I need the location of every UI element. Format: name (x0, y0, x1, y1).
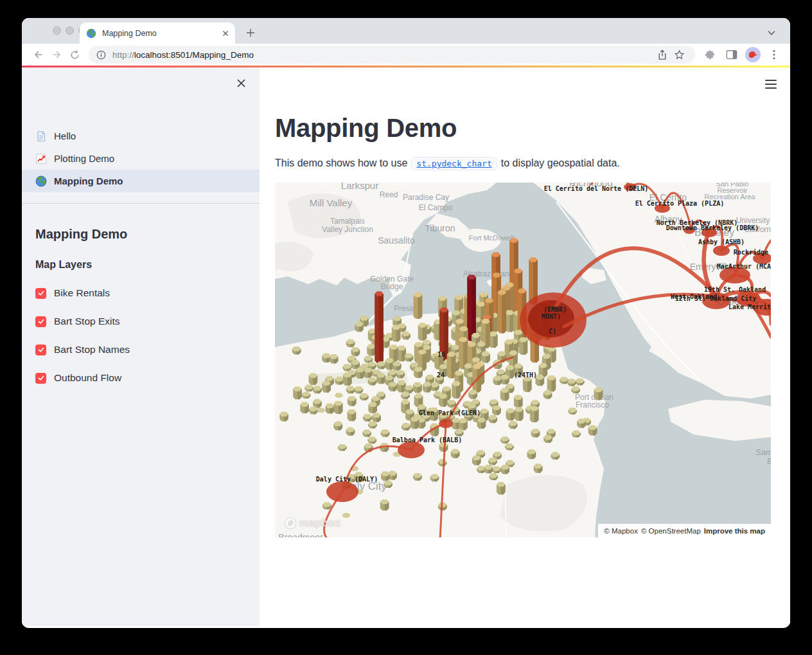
svg-text:Balboa Park (BALB): Balboa Park (BALB) (393, 436, 462, 444)
svg-text:El Campo: El Campo (419, 203, 453, 212)
mapbox-logo-icon (284, 517, 297, 530)
back-button[interactable] (30, 46, 48, 64)
checkbox-bart-stop-names[interactable]: Bart Stop Names (35, 344, 260, 355)
main-content: Mapping Demo This demo shows how to uses… (260, 66, 790, 626)
sidebar-title: Mapping Demo (35, 227, 260, 242)
attribution-osm-link[interactable]: © OpenStreetMap (641, 527, 701, 535)
checkbox-checked-icon[interactable] (35, 345, 46, 355)
pydeck-chart-link[interactable]: st.pydeck_chart (411, 157, 497, 170)
close-icon (236, 78, 246, 88)
svg-text:Bay: Bay (767, 456, 771, 466)
side-panel-button[interactable] (723, 46, 740, 63)
svg-text:MONT): MONT) (542, 313, 561, 320)
reload-button[interactable] (66, 46, 84, 64)
mapbox-logo-word: mapbox (299, 517, 340, 529)
page-title: Mapping Demo (275, 112, 771, 143)
sidebar-item-label: Hello (54, 130, 76, 141)
svg-text:(24TH): (24TH) (514, 372, 537, 379)
svg-text:12th St. Oakland City: 12th St. Oakland City (675, 295, 756, 302)
url-text[interactable]: http://localhost:8501/Mapping_Demo (112, 50, 654, 60)
checkbox-bart-stop-exits[interactable]: Bart Stop Exits (35, 316, 260, 327)
profile-bird-icon (748, 50, 758, 59)
streamlit-app: Hello Plotting Demo Ma (22, 66, 790, 626)
svg-text:Sausalito: Sausalito (378, 235, 415, 246)
svg-text:Valley Junction: Valley Junction (322, 225, 373, 234)
new-tab-button[interactable] (243, 25, 258, 40)
checkbox-outbound-flow[interactable]: Outbound Flow (35, 372, 260, 384)
svg-text:Downtown Berkeley (DBRK): Downtown Berkeley (DBRK) (666, 224, 759, 231)
svg-text:Broadmoor: Broadmoor (278, 532, 323, 537)
svg-text:Reed: Reed (380, 190, 398, 199)
browser-window: Mapping Demo (22, 18, 790, 628)
svg-text:(EMBR): (EMBR) (543, 306, 567, 313)
svg-text:Ashby (ASHB): Ashby (ASHB) (698, 238, 745, 246)
sidebar-item-plotting-demo[interactable]: Plotting Demo (22, 147, 260, 170)
site-info-icon[interactable] (96, 50, 106, 60)
svg-text:Fort McDowell: Fort McDowell (469, 234, 514, 242)
checkbox-label: Bart Stop Exits (54, 316, 120, 327)
side-panel-icon (726, 49, 737, 60)
svg-text:El Cerrito del Norte (DELN): El Cerrito del Norte (DELN) (544, 185, 649, 192)
decoration-bar (22, 66, 790, 67)
mapbox-logo[interactable]: mapbox (284, 517, 340, 530)
star-icon (674, 49, 685, 60)
checkbox-checked-icon[interactable] (35, 288, 46, 299)
tab-strip: Mapping Demo (22, 18, 790, 44)
browser-toolbar: http://localhost:8501/Mapping_Demo (22, 44, 790, 66)
tab-close-icon[interactable] (222, 30, 229, 37)
pydeck-map[interactable]: LarkspurMill ValleyReedParadise CayEl Ca… (275, 183, 771, 537)
extensions-button[interactable] (702, 46, 718, 63)
forward-button[interactable] (48, 46, 66, 64)
tab-search-chevron[interactable] (767, 27, 776, 39)
checkbox-bike-rentals[interactable]: Bike Rentals (35, 287, 260, 299)
url-scheme: http:// (112, 50, 134, 60)
back-arrow-icon (33, 49, 44, 60)
close-window-button[interactable] (53, 26, 61, 35)
globe-favicon-icon (86, 28, 96, 39)
browser-menu-button[interactable] (766, 46, 782, 63)
sidebar-close-button[interactable] (234, 76, 248, 90)
forward-arrow-icon (51, 49, 62, 60)
improve-map-link[interactable]: Improve this map (704, 527, 765, 535)
svg-text:16: 16 (437, 351, 445, 358)
sidebar-item-hello[interactable]: Hello (22, 125, 260, 147)
map-canvas: LarkspurMill ValleyReedParadise CayEl Ca… (275, 183, 771, 537)
svg-text:Tiburon: Tiburon (425, 223, 455, 233)
plus-icon (246, 28, 255, 37)
sidebar-item-mapping-demo[interactable]: Mapping Demo (22, 170, 260, 192)
checkbox-checked-icon[interactable] (35, 373, 46, 384)
svg-text:Francisco: Francisco (576, 400, 609, 409)
svg-text:19th St. Oakland: 19th St. Oakland (704, 286, 766, 293)
minimize-window-button[interactable] (66, 26, 74, 35)
reload-icon (69, 49, 80, 60)
share-icon (657, 49, 667, 60)
sidebar-nav: Hello Plotting Demo Ma (22, 125, 260, 192)
profile-avatar[interactable] (745, 47, 761, 62)
app-menu-button[interactable] (765, 78, 779, 90)
svg-text:El Cerrito Plaza (PLZA): El Cerrito Plaza (PLZA) (635, 200, 724, 207)
svg-text:Tamalpais: Tamalpais (330, 217, 365, 226)
checkbox-label: Bart Stop Names (54, 344, 130, 355)
share-button[interactable] (654, 46, 671, 63)
svg-text:Daly City (DALY): Daly City (DALY) (316, 476, 378, 483)
svg-text:Mill Valley: Mill Valley (310, 197, 353, 208)
checkbox-checked-icon[interactable] (35, 316, 46, 327)
svg-text:Paradise Cay: Paradise Cay (403, 193, 449, 202)
sidebar-divider (22, 203, 260, 204)
bookmark-button[interactable] (671, 46, 687, 63)
svg-text:Bridge: Bridge (381, 282, 403, 291)
checkbox-label: Outbound Flow (54, 372, 121, 384)
toolbar-right-icons (702, 46, 782, 63)
sidebar: Hello Plotting Demo Ma (22, 66, 260, 626)
svg-text:24: 24 (437, 372, 445, 379)
attribution-mapbox-link[interactable]: © Mapbox (604, 527, 638, 535)
sidebar-item-label: Mapping Demo (54, 175, 123, 186)
svg-text:Rockridge (ROCK): Rockridge (ROCK) (734, 249, 771, 256)
checkbox-label: Bike Rentals (54, 287, 110, 299)
tab-title: Mapping Demo (102, 29, 222, 38)
map-attribution: © Mapbox © OpenStreetMap Improve this ma… (598, 524, 771, 537)
document-icon (35, 130, 47, 142)
puzzle-icon (704, 49, 716, 60)
browser-tab[interactable]: Mapping Demo (80, 22, 235, 44)
omnibox[interactable]: http://localhost:8501/Mapping_Demo (89, 46, 695, 64)
